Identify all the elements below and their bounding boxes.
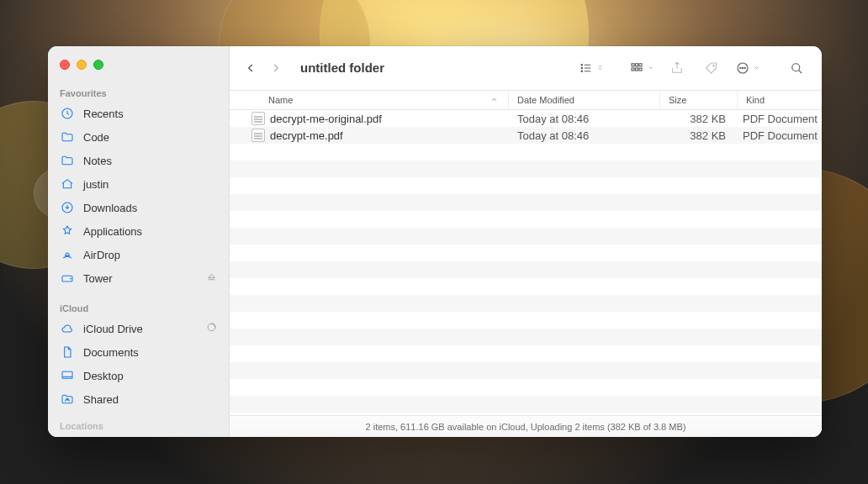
doc-icon	[60, 345, 75, 360]
close-window-button[interactable]	[60, 60, 70, 70]
sidebar-item-notes[interactable]: Notes	[48, 149, 229, 172]
column-header-date[interactable]: Date Modified	[509, 91, 660, 109]
svg-point-17	[713, 65, 715, 66]
svg-rect-14	[632, 68, 634, 71]
file-date: Today at 08:46	[509, 129, 660, 142]
file-name: decrypt-me-original.pdf	[270, 113, 509, 125]
eject-icon[interactable]	[206, 271, 217, 285]
sidebar-item-justin[interactable]: justin	[48, 172, 229, 196]
svg-point-21	[744, 67, 745, 68]
chevron-down-icon	[753, 64, 760, 71]
status-bar: 2 items, 611.16 GB available on iCloud, …	[230, 415, 822, 437]
file-icon	[251, 129, 265, 142]
svg-rect-11	[632, 63, 634, 66]
svg-rect-12	[636, 63, 638, 66]
folder-icon	[60, 153, 75, 168]
sidebar-item-label: iCloud Drive	[83, 323, 143, 335]
file-size: 382 KB	[660, 129, 738, 142]
sidebar-item-applications[interactable]: Applications	[48, 219, 229, 243]
file-size: 382 KB	[660, 113, 738, 125]
sidebar-item-icloud-drive[interactable]: iCloud Drive	[48, 317, 229, 340]
sidebar-item-tower[interactable]: Tower	[48, 266, 229, 290]
main-pane: untitled folder	[230, 46, 822, 437]
svg-rect-15	[636, 68, 638, 71]
sidebar-item-label: Shared	[83, 393, 119, 406]
sidebar-item-label: Code	[83, 131, 109, 144]
share-button[interactable]	[664, 56, 691, 80]
svg-point-20	[742, 67, 743, 68]
sidebar-item-desktop[interactable]: Desktop	[48, 364, 229, 387]
sidebar-item-downloads[interactable]: Downloads	[48, 196, 229, 219]
column-headers: Name Date Modified Size Kind	[230, 90, 822, 110]
sidebar-section-favourites: Favourites	[48, 85, 229, 102]
group-button[interactable]	[628, 56, 655, 80]
home-icon	[60, 176, 75, 192]
sidebar: Favourites Recents Code Notes justin Dow…	[48, 46, 230, 437]
sidebar-item-shared[interactable]: Shared	[48, 387, 229, 411]
status-text: 2 items, 611.16 GB available on iCloud, …	[366, 422, 686, 432]
svg-rect-16	[639, 68, 642, 71]
file-row[interactable]: decrypt-me-original.pdfToday at 08:46382…	[230, 110, 822, 127]
sidebar-item-documents[interactable]: Documents	[48, 340, 229, 364]
action-button[interactable]	[734, 56, 761, 80]
sidebar-section-icloud: iCloud	[48, 300, 229, 317]
file-icon	[251, 112, 265, 125]
airdrop-icon	[60, 247, 75, 262]
back-button[interactable]	[240, 57, 262, 79]
svg-point-22	[792, 63, 800, 71]
svg-point-9	[581, 67, 583, 69]
file-list[interactable]: decrypt-me-original.pdfToday at 08:46382…	[230, 110, 822, 415]
sharedfolder-icon	[60, 392, 75, 407]
sidebar-item-label: AirDrop	[83, 249, 120, 261]
column-header-kind[interactable]: Kind	[738, 91, 822, 109]
svg-rect-13	[639, 63, 642, 66]
window-controls	[48, 60, 229, 85]
sort-asc-icon	[490, 95, 498, 105]
file-row[interactable]: decrypt-me.pdfToday at 08:46382 KBPDF Do…	[230, 127, 822, 144]
file-date: Today at 08:46	[509, 113, 660, 125]
sidebar-item-airdrop[interactable]: AirDrop	[48, 243, 229, 266]
svg-rect-6	[62, 371, 72, 378]
sidebar-item-recents[interactable]: Recents	[48, 102, 229, 125]
finder-window: Favourites Recents Code Notes justin Dow…	[48, 46, 822, 437]
sidebar-item-label: Tower	[83, 272, 113, 285]
file-kind: PDF Document	[738, 129, 822, 142]
folder-icon	[60, 129, 75, 145]
toolbar: untitled folder	[230, 46, 822, 90]
window-title: untitled folder	[300, 60, 384, 75]
sidebar-item-label: Desktop	[83, 370, 124, 382]
search-button[interactable]	[783, 56, 810, 80]
chevron-up-down-icon	[596, 64, 604, 71]
svg-point-10	[581, 71, 583, 72]
clock-icon	[60, 106, 75, 121]
minimize-window-button[interactable]	[77, 60, 87, 70]
tag-button[interactable]	[699, 56, 726, 80]
download-icon	[60, 200, 75, 215]
progress-icon	[206, 322, 217, 335]
sidebar-item-label: Documents	[83, 346, 139, 359]
cloud-icon	[60, 321, 75, 336]
file-name: decrypt-me.pdf	[270, 129, 509, 142]
sidebar-item-label: justin	[83, 178, 108, 191]
column-header-size[interactable]: Size	[660, 91, 738, 109]
chevron-down-icon	[647, 64, 654, 71]
forward-button[interactable]	[265, 57, 287, 79]
svg-point-8	[581, 64, 583, 66]
desktop-icon	[60, 368, 75, 383]
view-list-button[interactable]	[578, 56, 605, 80]
sidebar-item-label: Downloads	[83, 202, 137, 214]
sidebar-section-locations: Locations	[48, 421, 229, 431]
sidebar-item-label: Notes	[83, 155, 112, 167]
sidebar-item-label: Recents	[83, 108, 124, 120]
svg-point-19	[740, 67, 741, 68]
column-header-name[interactable]: Name	[230, 91, 509, 109]
file-kind: PDF Document	[738, 113, 822, 125]
svg-point-4	[71, 278, 71, 279]
sidebar-item-label: Applications	[83, 225, 142, 238]
sidebar-item-code[interactable]: Code	[48, 125, 229, 149]
apps-icon	[60, 224, 75, 239]
zoom-window-button[interactable]	[93, 60, 103, 70]
drive-icon	[60, 271, 75, 286]
